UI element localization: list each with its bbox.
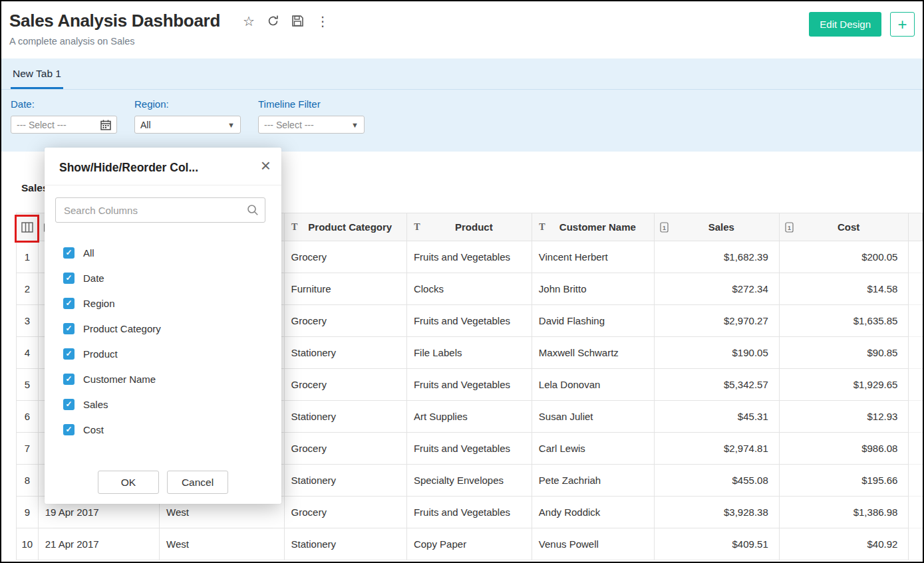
edit-design-button[interactable]: Edit Design	[809, 12, 881, 37]
cell-sales: $5,342.57	[654, 369, 779, 401]
ok-button[interactable]: OK	[98, 471, 159, 494]
column-toggle-item[interactable]: ✓ Sales	[63, 392, 281, 417]
add-button[interactable]: +	[890, 12, 915, 37]
cell-customer-name: Venus Powell	[532, 528, 654, 560]
row-number: 7	[17, 433, 39, 465]
cell-sales: $45.31	[654, 401, 779, 433]
cell-sales: $2,970.27	[654, 305, 779, 337]
filter-region-label: Region:	[134, 98, 241, 110]
filter-timeline-value: --- Select ---	[264, 120, 314, 130]
cell-customer-name: Susan Juliet	[532, 401, 654, 433]
row-number: 3	[17, 305, 39, 337]
text-type-icon: T	[290, 222, 299, 233]
cell-product: Specialty Envelopes	[406, 465, 532, 497]
cell-product: Fruits and Vegetables	[406, 241, 532, 273]
filter-region-value: All	[140, 120, 151, 130]
scrollbar-gutter	[909, 273, 923, 305]
table-row: 10 21 Apr 2017 West Stationery Copy Pape…	[17, 528, 923, 560]
checkbox-checked-icon[interactable]: ✓	[63, 247, 75, 259]
column-toggle-item[interactable]: ✓ Product Category	[63, 316, 281, 341]
column-toggle-item[interactable]: ✓ Date	[63, 265, 281, 290]
column-toggle-item[interactable]: ✓ Product	[63, 341, 281, 366]
column-toggle-item[interactable]: ✓ Region	[63, 290, 281, 316]
column-item-label: All	[83, 247, 94, 259]
cell-date: 21 Apr 2017	[38, 528, 159, 560]
scrollbar-gutter	[909, 213, 923, 241]
cell-product: Fruits and Vegetables	[406, 369, 532, 401]
checkbox-checked-icon[interactable]: ✓	[63, 298, 75, 309]
column-toggle-item[interactable]: ✓ All	[63, 240, 281, 265]
cell-product: Art Supplies	[406, 401, 532, 433]
close-icon[interactable]: ×	[261, 157, 271, 174]
column-header-customer-name[interactable]: T Customer Name	[532, 213, 654, 241]
cell-product: Copy Paper	[406, 528, 532, 560]
cell-product-category: Stationery	[284, 465, 406, 497]
cell-product: Fruits and Vegetables	[406, 497, 532, 528]
chevron-down-icon: ▼	[228, 121, 235, 129]
checkbox-checked-icon[interactable]: ✓	[63, 399, 75, 410]
cell-product-category: Grocery	[284, 369, 406, 401]
column-header-sales[interactable]: 1 Sales	[654, 213, 779, 241]
column-header-product-category[interactable]: T Product Category	[284, 213, 406, 241]
scrollbar-gutter	[909, 433, 923, 465]
cell-customer-name: Vincent Herbert	[532, 241, 654, 273]
modal-title: Show/Hide/Reorder Col...	[59, 161, 265, 175]
app-header: Sales Analysis Dashboard ☆ ⋮ A complete …	[1, 1, 923, 58]
checkbox-checked-icon[interactable]: ✓	[63, 323, 75, 334]
cell-product: Clocks	[406, 273, 532, 305]
show-hide-reorder-columns-modal: Show/Hide/Reorder Col... × ✓ All ✓ Date …	[45, 148, 281, 504]
favorite-star-icon[interactable]: ☆	[243, 15, 255, 28]
checkbox-checked-icon[interactable]: ✓	[63, 424, 75, 435]
search-columns-input[interactable]	[55, 197, 265, 223]
cell-sales: $409.51	[654, 528, 779, 560]
tab-filter-band: New Tab 1 Date: --- Select --- Region: A…	[1, 58, 923, 152]
cell-customer-name: Pete Zachriah	[532, 465, 654, 497]
tab-new-tab-1[interactable]: New Tab 1	[11, 58, 63, 89]
cancel-button[interactable]: Cancel	[167, 471, 228, 494]
save-icon[interactable]	[291, 15, 304, 27]
cell-product-category: Furniture	[284, 273, 406, 305]
search-icon	[247, 204, 259, 219]
text-type-icon: T	[538, 222, 547, 233]
row-number: 4	[17, 337, 39, 369]
column-toggle-item[interactable]: ✓ Cost	[63, 417, 281, 442]
cell-product-category: Grocery	[284, 497, 406, 528]
cell-cost: $40.92	[779, 528, 909, 560]
dashboard-page: Sales Analysis Dashboard ☆ ⋮ A complete …	[0, 0, 924, 563]
filter-date: Date: --- Select ---	[11, 98, 117, 134]
column-item-label: Customer Name	[83, 374, 156, 385]
cell-cost: $1,929.65	[779, 369, 909, 401]
cell-cost: $1,635.85	[779, 305, 909, 337]
checkbox-checked-icon[interactable]: ✓	[63, 273, 75, 284]
filter-date-select[interactable]: --- Select ---	[11, 116, 117, 134]
cell-sales: $272.34	[654, 273, 779, 305]
cell-cost: $986.08	[779, 433, 909, 465]
row-number: 6	[17, 401, 39, 433]
cell-customer-name: Andy Roddick	[532, 497, 654, 528]
scrollbar-gutter	[909, 337, 923, 369]
checkbox-checked-icon[interactable]: ✓	[63, 374, 75, 385]
cell-customer-name: Carl Lewis	[532, 433, 654, 465]
column-header-product[interactable]: T Product	[406, 213, 532, 241]
filter-region: Region: All ▼	[134, 98, 241, 134]
column-item-label: Product	[83, 348, 118, 360]
cell-customer-name: Maxwell Schwartz	[532, 337, 654, 369]
row-number: 9	[17, 497, 39, 528]
kebab-menu-icon[interactable]: ⋮	[316, 15, 329, 28]
cell-cost: $12.93	[779, 401, 909, 433]
column-toggle-item[interactable]: ✓ Customer Name	[63, 366, 281, 392]
chevron-down-icon: ▼	[351, 121, 359, 129]
filter-region-select[interactable]: All ▼	[134, 116, 241, 134]
column-header-cost[interactable]: 1 Cost	[779, 213, 909, 241]
number-type-icon: 1	[660, 222, 669, 233]
filter-timeline-select[interactable]: --- Select --- ▼	[258, 116, 365, 134]
row-number: 10	[17, 528, 39, 560]
checkbox-checked-icon[interactable]: ✓	[63, 348, 75, 360]
show-hide-columns-button[interactable]	[17, 213, 39, 241]
scrollbar-gutter	[909, 241, 923, 273]
refresh-icon[interactable]	[267, 15, 279, 27]
cell-product-category: Stationery	[284, 337, 406, 369]
scrollbar-gutter	[909, 305, 923, 337]
filter-row: Date: --- Select --- Region: All ▼ Timel…	[1, 90, 923, 152]
cell-region: West	[160, 528, 285, 560]
